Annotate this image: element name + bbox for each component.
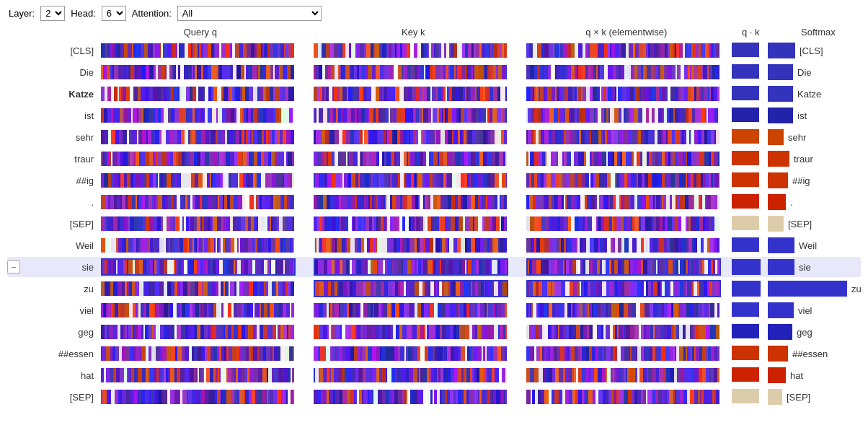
elementwise-heatmap <box>526 64 721 80</box>
key-heatmap <box>314 346 508 362</box>
softmax-area: [CLS] <box>768 43 861 58</box>
token-label: zu <box>22 284 101 294</box>
key-heatmap <box>314 151 508 167</box>
softmax-area: viel <box>768 302 861 318</box>
softmax-area: hat <box>768 367 861 383</box>
key-heatmap <box>314 194 508 210</box>
elementwise-heatmap <box>526 172 721 188</box>
softmax-bar <box>768 367 786 383</box>
token-rows: [CLS][CLS]DieDieKatzeKatzeististsehrsehr… <box>7 40 861 408</box>
softmax-area: ist <box>768 108 861 123</box>
softmax-label: Katze <box>793 89 821 100</box>
softmax-bar <box>768 43 795 58</box>
table-row: [SEP][SEP] <box>7 387 861 407</box>
query-heatmap <box>101 389 296 405</box>
token-label: . <box>22 197 101 208</box>
table-row: WeilWeil <box>7 235 861 255</box>
dot-product-rect <box>732 86 761 102</box>
table-row: istist <box>7 105 861 126</box>
query-heatmap <box>101 43 296 58</box>
elementwise-heatmap <box>526 151 721 167</box>
key-heatmap <box>314 129 508 145</box>
table-row: sehrsehr <box>7 127 861 147</box>
softmax-label: Die <box>793 67 812 78</box>
softmax-area: Die <box>768 64 861 80</box>
minus-button[interactable]: − <box>7 260 20 273</box>
token-label: ist <box>22 110 101 121</box>
dot-product-rect <box>732 259 761 275</box>
table-row: [CLS][CLS] <box>7 40 861 61</box>
softmax-label: [CLS] <box>795 45 823 56</box>
softmax-label: [SEP] <box>784 219 812 229</box>
token-label: viel <box>22 305 101 316</box>
softmax-bar <box>768 129 784 145</box>
key-heatmap <box>314 216 508 232</box>
key-heatmap <box>314 302 508 318</box>
query-heatmap <box>101 194 296 210</box>
table-row: hathat <box>7 365 861 385</box>
query-heatmap <box>101 108 296 123</box>
elementwise-heatmap <box>526 237 721 253</box>
query-heatmap <box>101 86 296 102</box>
dot-product-rect <box>732 281 761 297</box>
elementwise-heatmap <box>526 367 721 383</box>
softmax-label: . <box>786 197 793 208</box>
key-heatmap <box>314 64 508 80</box>
dot-product-rect <box>732 172 761 188</box>
layer-select[interactable]: 2 <box>40 6 65 21</box>
softmax-area: ##ig <box>768 172 861 188</box>
key-heatmap <box>314 43 508 58</box>
softmax-bar <box>768 86 793 102</box>
dot-product-rect <box>732 43 761 58</box>
softmax-label: zu <box>847 284 862 294</box>
elementwise-heatmap <box>526 43 721 58</box>
softmax-label: ##essen <box>788 349 828 359</box>
softmax-bar <box>768 216 784 232</box>
key-heatmap <box>314 324 508 340</box>
softmax-area: [SEP] <box>768 216 861 232</box>
softmax-area: traur <box>768 151 861 167</box>
softmax-area: sehr <box>768 129 861 145</box>
softmax-area: geg <box>768 324 861 340</box>
softmax-bar <box>768 151 789 167</box>
key-heatmap <box>314 108 508 123</box>
query-heatmap <box>101 172 296 188</box>
query-heatmap <box>101 346 296 362</box>
table-row: traurtraur <box>7 149 861 169</box>
token-label: ##essen <box>22 349 101 359</box>
query-heatmap <box>101 367 296 383</box>
dot-product-rect <box>732 237 761 253</box>
softmax-label: sie <box>794 262 811 273</box>
attention-select[interactable]: All Query to Key Key to Query <box>177 6 322 21</box>
dot-product-rect <box>732 302 761 318</box>
table-row: geggeg <box>7 322 861 342</box>
elementwise-heatmap <box>526 129 721 145</box>
key-heatmap <box>314 172 508 188</box>
token-label: sehr <box>22 132 101 143</box>
softmax-col-header: Softmax <box>776 27 861 38</box>
token-label: ##ig <box>22 175 101 186</box>
table-row: DieDie <box>7 62 861 82</box>
softmax-label: ##ig <box>788 175 810 186</box>
softmax-bar <box>768 194 786 210</box>
dot-product-rect <box>732 129 761 145</box>
table-row: [SEP][SEP] <box>7 214 861 234</box>
key-heatmap <box>314 86 508 102</box>
softmax-area: sie <box>768 259 861 275</box>
softmax-area: zu <box>768 281 862 297</box>
dot-product-rect <box>732 324 761 340</box>
dot-product-rect <box>732 346 761 362</box>
query-heatmap <box>101 281 296 297</box>
layer-label: Layer: <box>9 8 35 19</box>
softmax-label: ist <box>793 110 807 121</box>
elementwise-heatmap <box>526 194 721 210</box>
softmax-bar <box>768 64 793 80</box>
softmax-bar <box>768 108 793 123</box>
head-select[interactable]: 6 <box>102 6 126 21</box>
dot-product-rect <box>732 194 761 210</box>
dot-product-rect <box>732 216 761 232</box>
table-row: ##essen##essen <box>7 343 861 364</box>
softmax-label: traur <box>789 154 813 165</box>
token-label: hat <box>22 370 101 381</box>
table-row: KatzeKatze <box>7 84 861 104</box>
